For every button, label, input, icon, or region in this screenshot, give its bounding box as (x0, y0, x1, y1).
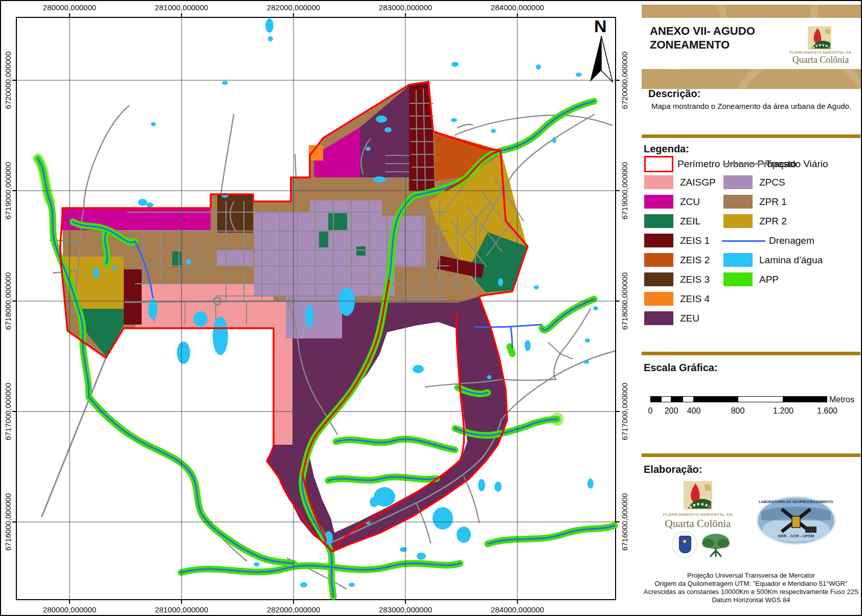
logo-caption-top: PLANEJAMENTO AMBIENTAL DA (660, 512, 736, 517)
legend-label: APP (759, 274, 779, 285)
description-heading: Descrição: (648, 88, 700, 100)
axis-label-x-bottom: 282000,000000 (267, 605, 320, 614)
legend-swatch (644, 292, 673, 306)
scale-label: 800 (731, 406, 745, 416)
legend-heading: Legenda: (644, 143, 689, 155)
north-label: N (594, 16, 607, 36)
legend-swatch (644, 253, 673, 267)
legend-symbol-drenagem (722, 240, 765, 242)
axis-label-y-left: 6718000,000000 (4, 272, 12, 330)
axis-label-x-top: 280000,000000 (43, 3, 96, 12)
axis-label-y-right: 6716000,000000 (620, 493, 629, 551)
axis-label-y-right: 6718000,000000 (620, 272, 629, 330)
axis-label-y-right: 6719000,000000 (620, 162, 629, 220)
divider (642, 352, 860, 355)
legend-label: Drenagem (769, 235, 814, 246)
tree-logo-icon (699, 532, 733, 559)
map-sheet: N 280000,000000 281000,000000 282000,000… (0, 0, 862, 616)
geo-logo-bottom-text: DER - CCR - UFSM (759, 534, 833, 538)
legend-label: ZPR 1 (759, 196, 787, 208)
logo-caption-main: Quarta Colônia (660, 517, 736, 530)
legend-swatch-perimetro (644, 156, 673, 172)
scale-bar: 0 200 400 800 1.200 1.600 (650, 396, 827, 417)
legend-label: ZEIS 2 (680, 255, 710, 266)
axis-label-y-left: 6716000,000000 (4, 493, 12, 551)
scale-label: 200 (665, 406, 678, 416)
legend-swatch (644, 214, 673, 228)
legend-swatch (644, 234, 673, 247)
axis-label-x-top: 281000,000000 (155, 3, 208, 12)
axis-label-y-left: 6720000,000000 (4, 52, 12, 109)
scale-label: 0 (648, 406, 653, 416)
zone-zpcs-west (217, 250, 253, 266)
legend-swatch (644, 195, 673, 209)
scale-unit: Metros (829, 395, 854, 404)
divider (642, 134, 860, 138)
footer-line: Origem da Quilometragem UTM: "Equador e … (642, 580, 860, 588)
scale-label: 400 (687, 406, 701, 416)
legend-swatch (723, 195, 753, 209)
legend-label: ZEIS 4 (680, 293, 710, 305)
geo-logo-arc-text: LABORATORIO DE GEOPROCESSAMENTO (759, 500, 833, 504)
scale-heading: Escala Gráfica: (644, 362, 718, 374)
axis-label-y-left: 6719000,000000 (4, 162, 12, 220)
legend-swatch (644, 272, 673, 286)
zone-zeis3 (217, 194, 253, 233)
legend-swatch (723, 253, 753, 267)
legend-label: ZEIS 1 (680, 235, 710, 246)
axis-label-x-top: 284000,000000 (491, 3, 544, 12)
title-box: ANEXO VII- AGUDO ZONEAMENTO PLANEJAMENTO… (642, 18, 861, 69)
zone-zeis1-west (124, 269, 142, 325)
legend-swatch (723, 272, 753, 286)
description-text: Mapa mostrando o Zoneamento da área urba… (651, 102, 856, 110)
zone-zeil-block (328, 213, 347, 230)
elaboration-heading: Elaboração: (644, 464, 702, 475)
axis-label-y-left: 6717000,000000 (4, 383, 12, 441)
axis-label-x-top: 282000,000000 (267, 3, 320, 12)
logo-caption-main: Quarta Colônia (785, 55, 856, 65)
legend-label: ZEIS 3 (680, 274, 710, 285)
axis-label-x-top: 283000,000000 (379, 3, 432, 12)
quarta-colonia-logo-icon (684, 481, 712, 510)
quarta-colonia-logo-icon (808, 26, 831, 50)
legend-label: ZEIL (680, 216, 700, 227)
legend-label: Lamina d'água (759, 255, 823, 266)
logo-caption-top: PLANEJAMENTO AMBIENTAL DA (785, 51, 856, 54)
axis-label-x-bottom: 284000,000000 (491, 605, 544, 614)
zone-zeil-block (319, 231, 328, 247)
footer-line: Datum Horizontal WGS 84 (642, 596, 860, 604)
axis-label-x-bottom: 280000,000000 (43, 605, 96, 614)
zone-zeil-block (356, 246, 366, 256)
map-canvas (1, 1, 640, 616)
axis-label-x-bottom: 281000,000000 (155, 605, 208, 614)
footer-line: Projeção Universal Transversa de Mercato… (642, 572, 860, 580)
divider (642, 453, 860, 457)
scale-label: 1.200 (773, 406, 793, 416)
legend-swatch (723, 175, 753, 189)
legend-label: ZCU (680, 196, 700, 208)
ufsm-crest-icon (672, 531, 697, 558)
page-title: ANEXO VII- AGUDO ZONEAMENTO (650, 24, 755, 52)
projection-footer: Projeção Universal Transversa de Mercato… (642, 572, 860, 604)
legend-swatch (644, 175, 673, 189)
footer-line: Acrescidas as constantes 10000Km e 500Km… (642, 588, 860, 596)
legend-label: ZAISGP (680, 177, 716, 188)
zone-zeil-block (172, 252, 182, 267)
legend-label: ZEU (680, 313, 699, 324)
axis-label-x-bottom: 283000,000000 (379, 605, 432, 614)
legend-swatch (644, 311, 673, 325)
legend-label: ZPCS (759, 177, 785, 188)
legend-label: ZPR 2 (759, 216, 787, 227)
legend-label: Traçado Viário (765, 158, 828, 170)
axis-label-y-right: 6717000,000000 (620, 383, 629, 441)
axis-label-y-right: 6720000,000000 (620, 52, 629, 109)
scale-label: 1.600 (817, 406, 837, 416)
legend-swatch (723, 214, 753, 228)
